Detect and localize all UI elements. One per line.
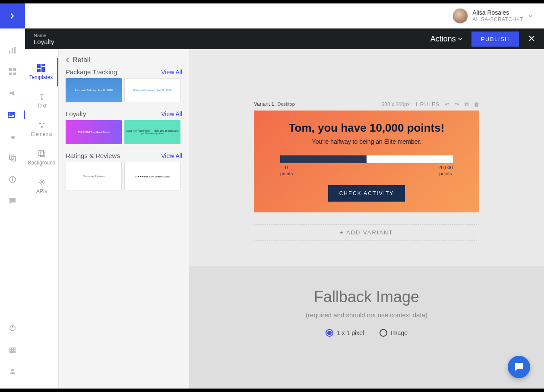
fallback-section: Fallback Image (required and should not … xyxy=(189,266,544,389)
svg-rect-21 xyxy=(12,350,13,351)
variant-preview[interactable]: Tom, you have 10,000 points! You're half… xyxy=(254,111,479,212)
view-all-link[interactable]: View All xyxy=(161,111,182,117)
template-thumb[interactable]: Customer Reviews xyxy=(66,162,122,190)
tool-elements[interactable]: Elements xyxy=(25,115,58,143)
user-name: Alisa Rosales xyxy=(472,9,523,16)
svg-rect-5 xyxy=(9,73,12,75)
megaphone-icon[interactable] xyxy=(8,89,17,98)
svg-point-23 xyxy=(11,369,14,371)
variant-device: Desktop xyxy=(277,101,294,107)
main-area: Alisa Rosales ALISA-SCRATCH-IT Name Loya… xyxy=(25,3,544,389)
user-menu[interactable]: Alisa Rosales ALISA-SCRATCH-IT xyxy=(452,8,534,24)
tool-apis[interactable]: APIs xyxy=(25,172,58,200)
undo-icon[interactable]: ↶ xyxy=(445,101,449,108)
tool-label: Templates xyxy=(29,74,53,80)
svg-point-30 xyxy=(41,126,43,128)
svg-rect-1 xyxy=(12,48,13,54)
analytics-icon[interactable] xyxy=(8,46,17,54)
category-title: Ratings & Reviews xyxy=(66,152,120,159)
canvas-area: Variant 1: Desktop 600 x 300px 1 RULES ↶… xyxy=(189,49,544,389)
progress-max-value: 20,000 xyxy=(438,165,453,170)
view-all-link[interactable]: View All xyxy=(161,152,182,159)
tool-label: Elements xyxy=(31,131,52,137)
svg-rect-25 xyxy=(41,64,45,66)
svg-rect-32 xyxy=(40,152,45,157)
svg-rect-24 xyxy=(37,64,41,68)
publish-button[interactable]: PUBLISH xyxy=(471,32,519,47)
namebar-label: Name xyxy=(34,33,54,38)
category-ratings: Ratings & Reviews View All Customer Revi… xyxy=(66,152,182,190)
svg-rect-22 xyxy=(14,350,15,351)
building-icon[interactable] xyxy=(8,345,17,354)
chevron-down-icon xyxy=(528,13,534,19)
svg-rect-4 xyxy=(13,68,16,71)
preview-title: Tom, you have 10,000 points! xyxy=(289,121,445,135)
expand-rail-button[interactable] xyxy=(0,3,25,28)
variant-header: Variant 1: Desktop 600 x 300px 1 RULES ↶… xyxy=(254,101,479,108)
image-icon[interactable] xyxy=(0,111,25,119)
close-button[interactable]: ✕ xyxy=(528,33,535,44)
variant-label: Variant 1: xyxy=(254,101,275,107)
radio-selected-icon xyxy=(326,329,333,337)
fallback-option-image[interactable]: Image xyxy=(380,329,408,337)
svg-point-13 xyxy=(13,178,13,178)
layers-icon[interactable] xyxy=(8,154,17,162)
category-package-tracking: Package Tracking View All Estimated Deli… xyxy=(66,68,182,102)
tool-label: APIs xyxy=(36,188,47,194)
progress-bar xyxy=(280,155,453,163)
svg-point-29 xyxy=(43,123,44,124)
name-bar: Name Loyalty Actions PUBLISH ✕ xyxy=(25,28,544,49)
tool-label: Text xyxy=(37,103,46,109)
template-thumb[interactable]: 5 ★★★★★ Best Leather Sofa xyxy=(124,162,180,190)
preview-subtitle: You're halfway to being an Elite member. xyxy=(312,138,421,145)
progress-min-value: 0 xyxy=(285,165,288,170)
variant-rules[interactable]: 1 RULES xyxy=(415,101,440,107)
actions-label: Actions xyxy=(430,35,456,44)
radio-label: 1 x 1 pixel xyxy=(337,329,364,336)
radio-icon xyxy=(380,329,387,337)
template-thumb[interactable]: Estimated Delivery: Jan 27, 2020 xyxy=(66,78,122,102)
svg-rect-20 xyxy=(10,350,11,351)
chat-bubble-icon[interactable] xyxy=(8,197,17,205)
chat-fab[interactable] xyxy=(508,356,530,378)
power-icon[interactable] xyxy=(8,324,17,332)
browser-back-label: Retail xyxy=(73,56,90,64)
tool-text[interactable]: Text xyxy=(25,86,58,115)
svg-point-28 xyxy=(39,123,41,124)
svg-rect-3 xyxy=(9,68,12,71)
template-thumb[interactable]: 450 POINTS — Gold Status xyxy=(66,120,122,144)
fallback-option-1x1[interactable]: 1 x 1 pixel xyxy=(326,329,364,337)
view-all-link[interactable]: View All xyxy=(161,69,182,76)
template-thumb[interactable]: Gold Tier: 450 Points — Buy $50 or more … xyxy=(124,120,180,144)
namebar-value[interactable]: Loyalty xyxy=(34,38,54,45)
svg-rect-26 xyxy=(41,67,45,72)
touch-icon[interactable] xyxy=(8,132,17,141)
delete-icon[interactable]: 🗑 xyxy=(474,101,479,108)
fallback-title: Fallback Image xyxy=(189,288,544,306)
tool-templates[interactable]: Templates xyxy=(25,58,58,86)
variant-dimensions: 600 x 300px xyxy=(382,101,410,107)
browser-back[interactable]: Retail xyxy=(66,56,182,64)
svg-rect-18 xyxy=(12,348,13,349)
apps-icon[interactable] xyxy=(8,67,17,76)
radio-label: Image xyxy=(391,329,408,336)
progress-max-label: points xyxy=(439,171,452,176)
copy-icon[interactable]: ⧉ xyxy=(465,101,468,108)
info-icon[interactable] xyxy=(8,175,17,184)
svg-point-33 xyxy=(41,181,43,183)
add-variant-button[interactable]: + ADD VARIANT xyxy=(254,224,479,240)
progress-min-label: points xyxy=(280,171,293,176)
template-browser: Retail Package Tracking View All Estimat… xyxy=(59,49,189,389)
template-thumb[interactable]: Estimated Delivery: Jan 27, 2020 xyxy=(124,78,180,102)
actions-dropdown[interactable]: Actions xyxy=(430,35,463,44)
tool-background[interactable]: Background xyxy=(25,143,58,172)
person-icon[interactable] xyxy=(8,367,17,376)
check-activity-button[interactable]: CHECK ACTIVITY xyxy=(328,185,405,202)
chevron-down-icon xyxy=(458,36,463,41)
category-title: Package Tracking xyxy=(66,68,117,76)
user-org: ALISA-SCRATCH-IT xyxy=(472,16,523,22)
tool-label: Background xyxy=(28,160,55,166)
svg-rect-6 xyxy=(13,73,16,75)
redo-icon[interactable]: ↷ xyxy=(455,101,459,108)
fallback-subtitle: (required and should not use context dat… xyxy=(189,311,544,319)
